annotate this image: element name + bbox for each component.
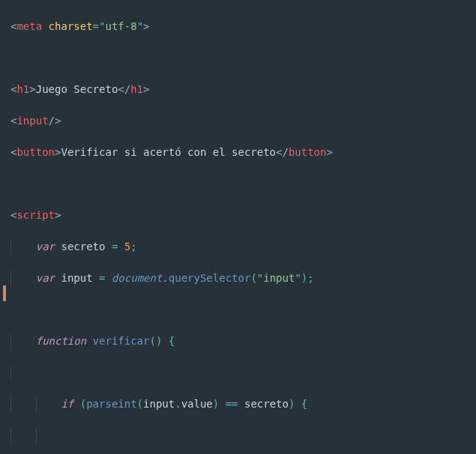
obj-document: document	[112, 272, 162, 284]
tag-input: input	[16, 115, 48, 127]
code-line[interactable]	[0, 428, 476, 444]
text-h1: Juego Secreto	[36, 83, 118, 95]
tag-script: script	[16, 209, 55, 221]
tag-h1: h1	[16, 83, 29, 95]
code-line[interactable]	[0, 365, 476, 381]
code-line[interactable]	[0, 50, 476, 66]
attr-charset: charset	[49, 20, 93, 32]
id-secreto: secreto	[61, 240, 105, 252]
code-line[interactable]: <button>Verificar si acertó con el secre…	[0, 145, 476, 160]
code-line[interactable]: <input/>	[0, 113, 476, 129]
kw-if: if	[61, 398, 73, 410]
code-line[interactable]: if (parseint(input.value) == secreto) {	[0, 396, 476, 412]
code-editor[interactable]: <meta charset="utf-8"> <h1>Juego Secreto…	[0, 0, 476, 454]
id-value: value	[181, 398, 213, 410]
code-line[interactable]: var secreto = 5;	[0, 239, 476, 255]
code-line[interactable]: <h1>Juego Secreto</h1>	[0, 82, 476, 97]
id-input: input	[61, 272, 92, 284]
str-utf8: utf-8	[105, 20, 136, 32]
text-button: Verificar si acertó con el secreto	[61, 146, 276, 158]
fn-queryselector: querySelector	[169, 272, 251, 284]
code-line[interactable]: <meta charset="utf-8">	[0, 19, 476, 34]
code-line[interactable]: <script>	[0, 208, 476, 223]
code-line[interactable]: var input = document.querySelector("inpu…	[0, 270, 476, 286]
code-line[interactable]: function verificar() {	[0, 333, 476, 349]
kw-function: function	[36, 335, 86, 347]
gutter	[0, 0, 6, 454]
code-line[interactable]	[0, 176, 476, 192]
kw-var: var	[36, 240, 55, 252]
fn-verificar: verificar	[93, 335, 150, 347]
num-five: 5	[124, 240, 130, 252]
code-line[interactable]	[0, 302, 476, 318]
caret-marker	[3, 285, 6, 301]
tag-meta: meta	[16, 20, 42, 32]
fn-parseint: parseint	[86, 398, 136, 410]
tag-button: button	[16, 146, 55, 158]
